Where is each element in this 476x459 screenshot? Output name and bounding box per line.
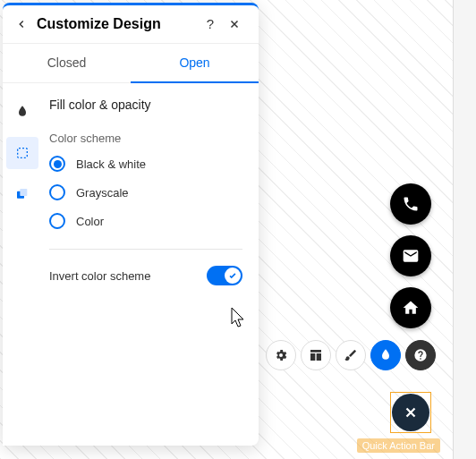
svg-rect-0 bbox=[18, 149, 28, 158]
section-title: Fill color & opacity bbox=[49, 98, 242, 112]
question-icon bbox=[413, 348, 428, 362]
svg-rect-2 bbox=[20, 189, 27, 196]
brush-icon bbox=[344, 348, 358, 362]
radio-indicator bbox=[49, 213, 65, 229]
fab-email[interactable] bbox=[390, 235, 431, 276]
invert-label: Invert color scheme bbox=[49, 269, 150, 283]
panel-content: Fill color & opacity Color scheme Black … bbox=[42, 83, 259, 446]
divider bbox=[49, 249, 242, 250]
layout-icon bbox=[309, 348, 323, 362]
color-scheme-options: Black & white Grayscale Color bbox=[49, 156, 242, 229]
sidebar-selection[interactable] bbox=[6, 137, 38, 169]
invert-row: Invert color scheme bbox=[49, 266, 242, 285]
option-label: Black & white bbox=[76, 157, 146, 171]
drop-icon bbox=[378, 348, 393, 362]
email-icon bbox=[402, 247, 420, 265]
close-icon bbox=[228, 18, 241, 30]
gear-icon bbox=[274, 348, 288, 362]
selection-icon bbox=[15, 146, 30, 160]
back-button[interactable] bbox=[15, 18, 28, 30]
right-gutter bbox=[454, 0, 476, 459]
floating-action-buttons bbox=[390, 183, 431, 328]
layout-tool[interactable] bbox=[301, 340, 331, 370]
fab-phone[interactable] bbox=[390, 183, 431, 225]
option-label: Color bbox=[76, 215, 104, 228]
help-tool[interactable] bbox=[405, 340, 436, 370]
close-icon bbox=[403, 404, 419, 421]
option-grayscale[interactable]: Grayscale bbox=[49, 184, 242, 200]
selected-element-frame bbox=[390, 392, 431, 433]
fab-home[interactable] bbox=[390, 287, 431, 328]
settings-tool[interactable] bbox=[266, 340, 296, 370]
toggle-knob bbox=[225, 268, 241, 284]
element-toolbar bbox=[266, 340, 436, 370]
color-scheme-label: Color scheme bbox=[49, 132, 242, 145]
quick-action-bar-label: Quick Action Bar bbox=[357, 438, 440, 453]
panel-title: Customize Design bbox=[37, 16, 192, 32]
design-tool[interactable] bbox=[336, 340, 366, 370]
invert-toggle[interactable] bbox=[207, 266, 242, 285]
sidebar-fill[interactable] bbox=[6, 96, 38, 128]
panel-sidebar bbox=[3, 83, 42, 446]
option-color[interactable]: Color bbox=[49, 213, 242, 229]
sidebar-layers[interactable] bbox=[6, 178, 38, 210]
chevron-left-icon bbox=[15, 18, 28, 30]
drop-icon bbox=[15, 105, 30, 119]
option-black-white[interactable]: Black & white bbox=[49, 156, 242, 172]
panel-header: Customize Design ? bbox=[3, 5, 259, 44]
radio-indicator bbox=[49, 184, 65, 200]
state-tabs: Closed Open bbox=[3, 44, 259, 83]
help-button[interactable]: ? bbox=[201, 16, 219, 32]
home-icon bbox=[402, 299, 420, 317]
tab-closed[interactable]: Closed bbox=[3, 44, 131, 83]
customize-design-panel: Customize Design ? Closed Open Fill colo… bbox=[3, 3, 259, 446]
close-panel-button[interactable] bbox=[228, 18, 246, 30]
radio-indicator bbox=[49, 156, 65, 172]
layers-icon bbox=[15, 187, 30, 201]
fab-close[interactable] bbox=[392, 394, 429, 431]
phone-icon bbox=[402, 195, 420, 213]
help-icon: ? bbox=[207, 16, 214, 31]
option-label: Grayscale bbox=[76, 186, 129, 200]
check-icon bbox=[228, 271, 237, 280]
fill-tool[interactable] bbox=[370, 340, 401, 370]
tab-open[interactable]: Open bbox=[131, 44, 259, 83]
